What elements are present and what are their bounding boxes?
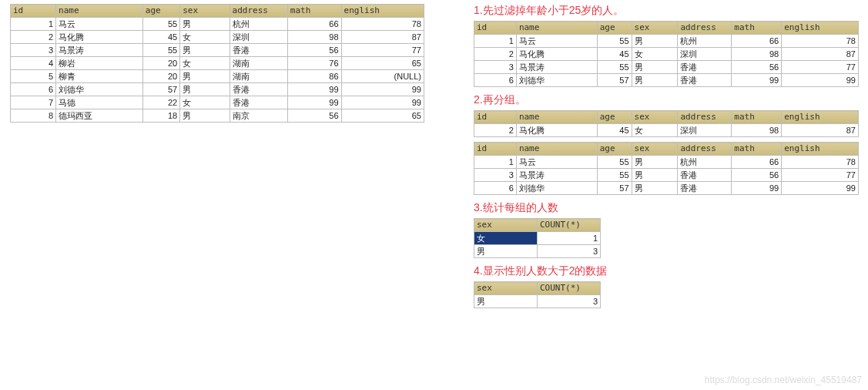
table-cell: 77 xyxy=(782,61,859,74)
table-cell: 5 xyxy=(11,70,56,83)
table-cell: 2 xyxy=(474,48,517,61)
table-cell: 2 xyxy=(474,124,517,137)
table-cell: 3 xyxy=(474,169,517,182)
column-header: english xyxy=(782,22,859,35)
table-cell: 86 xyxy=(287,70,341,83)
table-cell: 55 xyxy=(597,156,632,169)
table-cell: 6 xyxy=(474,182,517,195)
table-cell: 男 xyxy=(632,156,678,169)
table-cell: 65 xyxy=(341,57,424,70)
table-cell: 45 xyxy=(597,48,632,61)
table-cell: 1 xyxy=(474,156,517,169)
step2-title: 2.再分组。 xyxy=(474,93,859,107)
table-cell: 56 xyxy=(732,61,782,74)
column-header: math xyxy=(287,5,341,18)
table-cell: 55 xyxy=(597,61,632,74)
column-header: english xyxy=(782,111,859,124)
table-cell: 99 xyxy=(341,83,424,96)
table-cell: 香港 xyxy=(678,169,732,182)
table-cell: 刘德华 xyxy=(516,74,597,87)
table-cell: 87 xyxy=(782,124,859,137)
table-cell: 99 xyxy=(782,182,859,195)
table-cell: 76 xyxy=(287,57,341,70)
column-header: age xyxy=(597,111,632,124)
column-header: sex xyxy=(632,22,678,35)
table-cell: 4 xyxy=(11,57,56,70)
table-cell: 香港 xyxy=(678,61,732,74)
table-cell: 男 xyxy=(632,74,678,87)
table-row: 男3 xyxy=(474,295,601,308)
table-cell: 男 xyxy=(180,83,230,96)
table-row: 8德玛西亚18男南京5665 xyxy=(11,109,424,123)
step1-table: idnameagesexaddressmathenglish 1马云55男杭州6… xyxy=(474,21,859,87)
table-row: 3马景涛55男香港5677 xyxy=(474,169,859,182)
table-cell: 98 xyxy=(732,124,782,137)
table-row: 女1 xyxy=(474,232,601,245)
table-cell: 87 xyxy=(341,31,424,44)
table-row: 3马景涛55男香港5677 xyxy=(11,44,424,57)
table-cell: 1 xyxy=(11,18,56,31)
table-cell: 男 xyxy=(180,109,230,123)
table-cell: 女 xyxy=(180,96,230,109)
table-cell: 66 xyxy=(287,18,341,31)
table-cell: 2 xyxy=(11,31,56,44)
table-row: 2马化腾45女深圳9887 xyxy=(474,124,859,137)
column-header: id xyxy=(11,5,56,18)
table-cell: (NULL) xyxy=(341,70,424,83)
table-cell: 男 xyxy=(632,182,678,195)
table-cell: 18 xyxy=(142,109,179,123)
column-header: sex xyxy=(474,219,538,232)
table-cell: 马云 xyxy=(56,18,143,31)
main-table: idnameagesexaddressmathenglish 1马云55男杭州6… xyxy=(10,4,424,123)
table-cell: 3 xyxy=(538,245,601,258)
table-cell: 98 xyxy=(732,48,782,61)
column-header: name xyxy=(516,22,597,35)
column-header: id xyxy=(474,22,517,35)
table-cell: 男 xyxy=(180,44,230,57)
column-header: name xyxy=(516,143,597,156)
table-row: 1马云55男杭州6678 xyxy=(474,35,859,48)
table-cell: 57 xyxy=(142,83,179,96)
table-row: 7马德22女香港9999 xyxy=(11,96,424,109)
table-cell: 57 xyxy=(597,74,632,87)
column-header: english xyxy=(341,5,424,18)
table-cell: 99 xyxy=(287,96,341,109)
table-cell: 刘德华 xyxy=(516,182,597,195)
table-cell: 刘德华 xyxy=(56,83,143,96)
table-row: 4柳岩20女湖南7665 xyxy=(11,57,424,70)
table-cell: 7 xyxy=(11,96,56,109)
table-cell: 香港 xyxy=(678,74,732,87)
table-cell: 87 xyxy=(782,48,859,61)
table-cell: 马化腾 xyxy=(516,124,597,137)
step4-title: 4.显示性别人数大于2的数据 xyxy=(474,264,859,278)
table-cell: 马德 xyxy=(56,96,143,109)
table-cell: 男 xyxy=(632,61,678,74)
column-header: math xyxy=(732,111,782,124)
table-cell: 99 xyxy=(732,74,782,87)
table-cell: 78 xyxy=(341,18,424,31)
table-cell: 杭州 xyxy=(678,35,732,48)
table-cell: 99 xyxy=(287,83,341,96)
table-cell: 男 xyxy=(474,295,538,308)
table-cell: 56 xyxy=(287,109,341,123)
table-cell: 湖南 xyxy=(230,70,287,83)
table-cell: 1 xyxy=(538,232,601,245)
table-cell: 男 xyxy=(474,245,538,258)
table-cell: 马景涛 xyxy=(516,61,597,74)
table-cell: 45 xyxy=(597,124,632,137)
table-cell: 99 xyxy=(341,96,424,109)
table-cell: 马化腾 xyxy=(516,48,597,61)
table-cell: 男 xyxy=(180,18,230,31)
table-row: 6刘德华57男香港9999 xyxy=(474,182,859,195)
step4-table: sexCOUNT(*) 男3 xyxy=(474,281,601,308)
table-cell: 德玛西亚 xyxy=(56,109,143,123)
table-cell: 深圳 xyxy=(230,31,287,44)
table-cell: 57 xyxy=(597,182,632,195)
table-cell: 45 xyxy=(142,31,179,44)
table-cell: 柳青 xyxy=(56,70,143,83)
table-cell: 柳岩 xyxy=(56,57,143,70)
table-cell: 深圳 xyxy=(678,48,732,61)
table-cell: 77 xyxy=(341,44,424,57)
column-header: sex xyxy=(632,143,678,156)
column-header: english xyxy=(782,143,859,156)
